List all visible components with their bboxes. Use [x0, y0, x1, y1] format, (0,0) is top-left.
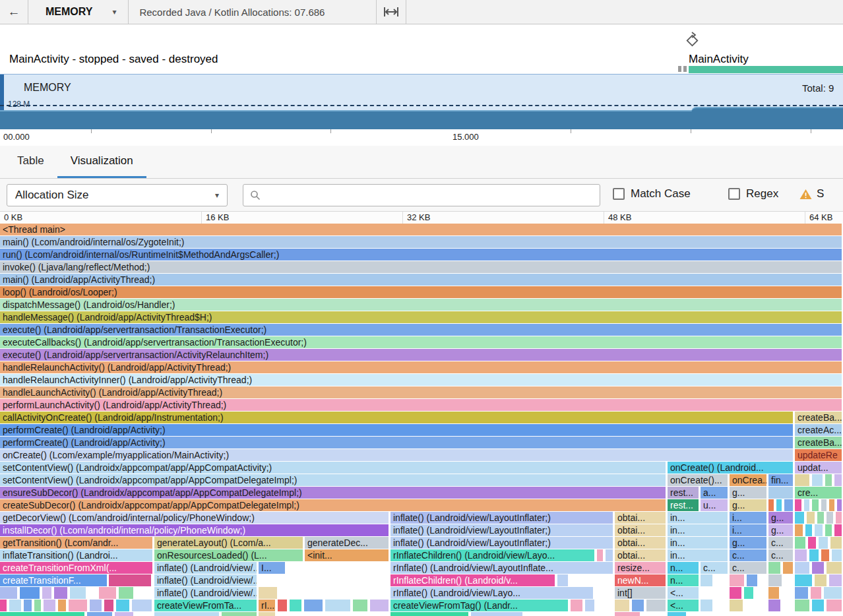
- flame-segment[interactable]: c...: [730, 549, 766, 561]
- flame-segment[interactable]: in...: [668, 524, 728, 536]
- flame-segment[interactable]: a...: [701, 487, 728, 499]
- flame-segment[interactable]: i...: [730, 524, 766, 536]
- flame-segment[interactable]: [795, 537, 805, 549]
- flame-segment[interactable]: [819, 537, 828, 549]
- flame-segment[interactable]: fin...: [768, 474, 793, 486]
- flame-segment[interactable]: [783, 562, 793, 574]
- flame-segment[interactable]: [69, 600, 87, 611]
- flame-segment[interactable]: obtai...: [615, 537, 666, 549]
- flame-segment[interactable]: [290, 600, 301, 611]
- flame-segment[interactable]: c...: [730, 562, 766, 574]
- flame-segment[interactable]: [668, 612, 686, 616]
- flame-segment[interactable]: c...: [701, 562, 728, 574]
- flame-segment[interactable]: [795, 512, 804, 524]
- flame-segment[interactable]: [259, 587, 277, 599]
- flame-segment[interactable]: [370, 600, 389, 611]
- flame-segment[interactable]: g...: [768, 512, 793, 524]
- flame-segment[interactable]: [807, 512, 815, 524]
- flame-segment[interactable]: [115, 612, 133, 616]
- flame-segment[interactable]: rI...: [259, 600, 275, 611]
- flame-segment[interactable]: i...: [730, 512, 766, 524]
- flame-segment[interactable]: [119, 587, 133, 599]
- memory-track[interactable]: MEMORY Total: 9 128 M: [0, 74, 843, 129]
- flame-segment[interactable]: newN...: [615, 574, 666, 586]
- flame-segment[interactable]: [776, 499, 782, 511]
- flame-segment[interactable]: [834, 524, 842, 536]
- flame-segment[interactable]: inflate() (Landroid/view/...: [154, 574, 257, 586]
- flame-segment[interactable]: getDecorView() (Lcom/android/internal/po…: [0, 512, 389, 524]
- zoom-to-fit-button[interactable]: [377, 7, 406, 17]
- flame-segment[interactable]: [795, 499, 801, 511]
- flame-segment[interactable]: [805, 524, 812, 536]
- flame-segment[interactable]: inflateTransition() (Landroi...: [0, 549, 152, 561]
- flame-segment[interactable]: [304, 600, 323, 611]
- flame-segment[interactable]: inflate() (Landroid/view/...: [154, 587, 257, 599]
- flame-segment[interactable]: createTransitionF...: [0, 574, 107, 586]
- flame-segment[interactable]: [730, 587, 741, 599]
- flame-segment[interactable]: u...: [701, 499, 728, 511]
- flame-segment[interactable]: [795, 474, 809, 486]
- flame-segment[interactable]: generateLayout() (Lcom/a...: [154, 537, 303, 549]
- flame-segment[interactable]: onCreate() (Lcom/example/myapplication/M…: [0, 449, 793, 461]
- flame-segment[interactable]: <...: [668, 600, 699, 611]
- flame-segment[interactable]: createBa...: [795, 412, 842, 423]
- flame-segment[interactable]: [808, 537, 816, 549]
- flame-segment[interactable]: g...: [730, 537, 766, 549]
- flame-segment[interactable]: createTransitionFromXml(...: [0, 562, 152, 574]
- flame-segment[interactable]: createViewFromTa...: [154, 600, 257, 611]
- flame-segment[interactable]: [795, 600, 809, 611]
- flame-segment[interactable]: [768, 562, 780, 574]
- regex-checkbox[interactable]: Regex: [728, 187, 778, 200]
- flame-segment[interactable]: n...: [668, 574, 699, 586]
- flame-segment[interactable]: [259, 612, 275, 616]
- flame-segment[interactable]: [768, 487, 793, 499]
- flame-segment[interactable]: dispatchMessage() (Landroid/os/Handler;): [0, 299, 842, 311]
- flame-segment[interactable]: [824, 587, 842, 599]
- flame-segment[interactable]: getTransition() (Lcom/andr...: [0, 537, 152, 549]
- flame-segment[interactable]: [353, 600, 367, 611]
- flame-segment[interactable]: setContentView() (Landroidx/appcompat/ap…: [0, 462, 666, 474]
- flame-segment[interactable]: [90, 600, 102, 611]
- flame-segment[interactable]: [632, 600, 644, 611]
- flame-segment[interactable]: in...: [668, 537, 728, 549]
- tab-table[interactable]: Table: [4, 146, 57, 178]
- flame-segment[interactable]: [54, 587, 67, 599]
- flame-segment[interactable]: obtai...: [615, 512, 666, 524]
- flame-segment[interactable]: [804, 499, 809, 511]
- flame-segment[interactable]: run() (Lcom/android/internal/os/RuntimeI…: [0, 249, 842, 261]
- flame-segment[interactable]: loop() (Landroid/os/Looper;): [0, 286, 842, 298]
- flame-segment[interactable]: I...: [259, 562, 285, 574]
- flame-segment[interactable]: [812, 499, 819, 511]
- flame-segment[interactable]: [132, 600, 152, 611]
- flame-segment[interactable]: executeCallbacks() (Landroid/app/servert…: [0, 336, 842, 348]
- flame-segment[interactable]: [557, 574, 568, 586]
- flame-segment[interactable]: [795, 524, 803, 536]
- flame-segment[interactable]: handleMessage() (Landroid/app/ActivityTh…: [0, 311, 842, 323]
- flame-segment[interactable]: [815, 524, 823, 536]
- flame-segment[interactable]: [99, 587, 116, 599]
- flame-segment[interactable]: [87, 612, 112, 616]
- flame-segment[interactable]: [585, 600, 594, 611]
- flame-segment[interactable]: [0, 600, 7, 611]
- flame-segment[interactable]: handleRelaunchActivityInner() (Landroid/…: [0, 374, 842, 386]
- flame-segment[interactable]: [222, 612, 257, 616]
- flame-segment[interactable]: updat...: [795, 462, 842, 474]
- flame-segment[interactable]: [795, 549, 807, 561]
- flame-segment[interactable]: rest...: [668, 487, 699, 499]
- flame-segment[interactable]: in...: [668, 512, 728, 524]
- flame-segment[interactable]: inflate() (Landroid/view/LayoutInflater;…: [390, 537, 613, 549]
- flame-segment[interactable]: g...: [730, 487, 766, 499]
- flame-segment[interactable]: [811, 587, 821, 599]
- search-input[interactable]: [266, 190, 593, 201]
- flame-segment[interactable]: [646, 600, 666, 611]
- flame-segment[interactable]: c...: [768, 549, 793, 561]
- flame-segment[interactable]: [24, 600, 32, 611]
- flame-segment[interactable]: inflate() (Landroid/view/LayoutInflater;…: [390, 524, 613, 536]
- flame-segment[interactable]: obtai...: [615, 549, 666, 561]
- flame-segment[interactable]: onCreate()...: [668, 474, 728, 486]
- flame-segment[interactable]: [104, 600, 113, 611]
- flame-segment[interactable]: [390, 612, 468, 616]
- flame-segment[interactable]: [836, 512, 842, 524]
- flame-segment[interactable]: rInflate() (Landroid/view/Layo...: [390, 587, 593, 599]
- flame-segment[interactable]: [809, 549, 819, 561]
